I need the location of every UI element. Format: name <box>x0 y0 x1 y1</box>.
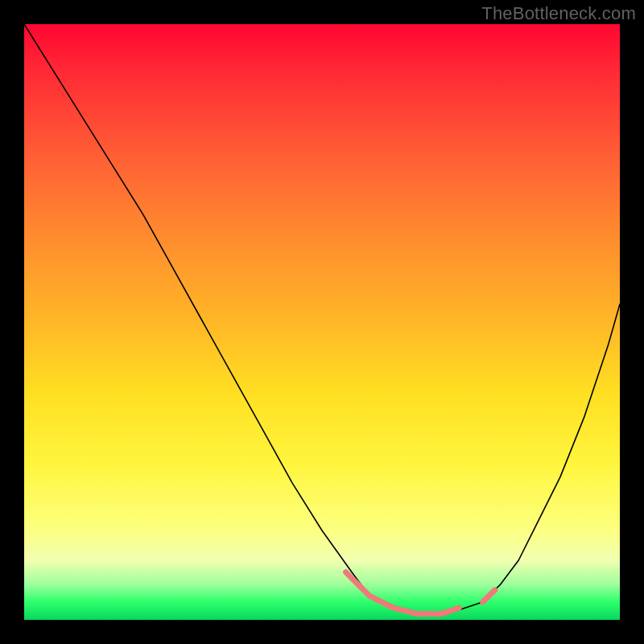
chart-frame: TheBottleneck.com <box>0 0 644 644</box>
series-curve <box>24 24 620 614</box>
series-highlight-dot-right <box>483 590 495 602</box>
plot-background <box>24 24 620 620</box>
watermark-text: TheBottleneck.com <box>481 3 636 24</box>
chart-svg <box>24 24 620 620</box>
series-highlight-band <box>346 572 460 614</box>
